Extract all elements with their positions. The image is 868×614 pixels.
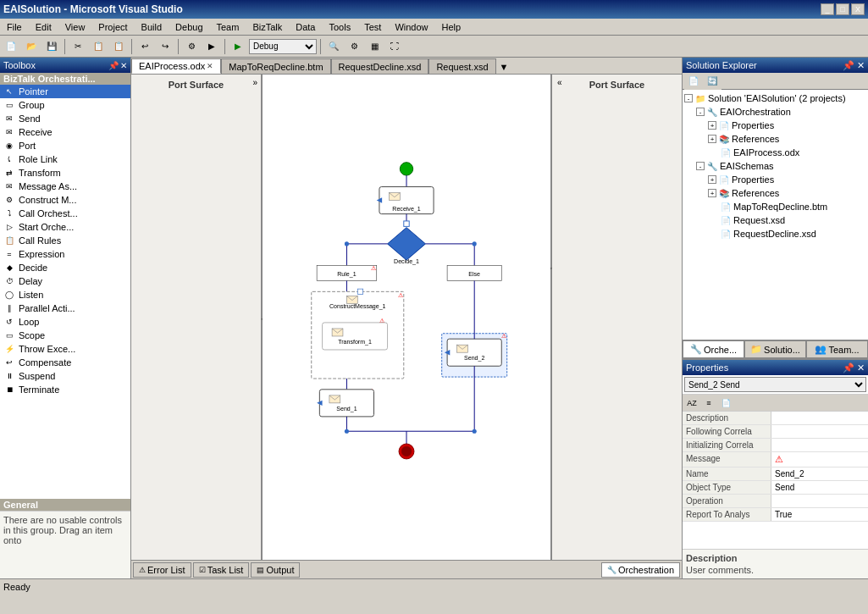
toolbar-btn5[interactable]: ▶	[202, 38, 221, 55]
tree-eaischemas-refs[interactable]: + 📚 References	[684, 186, 866, 200]
eaiorch-refs-expand[interactable]: +	[708, 135, 716, 143]
tree-eaiorch-refs[interactable]: + 📚 References	[684, 132, 866, 146]
menu-test[interactable]: Test	[357, 20, 388, 34]
sol-refresh-btn[interactable]: 🔄	[703, 73, 721, 90]
tab-eaiprocess-close[interactable]: ✕	[207, 62, 213, 70]
tab-eaiprocess[interactable]: EAIProcess.odx ✕	[131, 58, 221, 74]
tab-orchestration[interactable]: 🔧 Orchestration	[601, 562, 680, 578]
tool-startorche[interactable]: ▷ Start Orche...	[0, 220, 130, 234]
tool-throwexce[interactable]: ⚡ Throw Exce...	[0, 342, 130, 356]
menu-view[interactable]: View	[58, 20, 92, 34]
prop-pin-icon[interactable]: 📌	[843, 362, 854, 373]
eaischemas-props-expand[interactable]: +	[708, 175, 716, 184]
menu-build[interactable]: Build	[135, 20, 169, 34]
paste-button[interactable]: 📋	[109, 38, 128, 55]
toolbar-btn4[interactable]: ⚙	[182, 38, 201, 55]
tool-parallelacti[interactable]: ∥ Parallel Acti...	[0, 301, 130, 315]
tab-error-list[interactable]: ⚠ Error List	[133, 562, 191, 578]
sol-pin-icon[interactable]: 📌	[843, 60, 854, 70]
toolbox-general-section[interactable]: General	[0, 499, 130, 511]
tab-output[interactable]: ▤ Output	[251, 562, 300, 578]
toolbar-btn7[interactable]: ⚙	[345, 38, 363, 55]
copy-button[interactable]: 📋	[89, 38, 108, 55]
menu-file[interactable]: File	[0, 20, 29, 34]
menu-debug[interactable]: Debug	[169, 20, 209, 34]
prop-value-name[interactable]: Send_2	[771, 467, 868, 480]
tool-terminate[interactable]: ⏹ Terminate	[0, 383, 130, 396]
tool-rolelink[interactable]: ⤹ Role Link	[0, 152, 130, 166]
tool-delay[interactable]: ⏱ Delay	[0, 274, 130, 288]
eaiorch-props-expand[interactable]: +	[708, 121, 716, 130]
prop-close-icon[interactable]: ✕	[857, 362, 865, 373]
prop-value-message[interactable]: ⚠	[771, 452, 868, 467]
tree-eaiprocess[interactable]: 📄 EAIProcess.odx	[684, 146, 866, 159]
tree-requestdeclinexsd[interactable]: 📄 RequestDecline.xsd	[684, 227, 866, 241]
tool-callrules[interactable]: 📋 Call Rules	[0, 234, 130, 247]
tree-eaischemas[interactable]: - 🔧 EAISchemas	[684, 159, 866, 173]
tool-decide[interactable]: ◆ Decide	[0, 261, 130, 274]
minimize-button[interactable]: _	[821, 3, 834, 15]
toolbar-btn8[interactable]: ▦	[365, 38, 384, 55]
prop-value-reporttoanalys[interactable]: True	[771, 508, 868, 521]
tool-group[interactable]: ▭ Group	[0, 98, 130, 112]
tool-constructm[interactable]: ⚙ Construct M...	[0, 193, 130, 207]
sol-properties-btn[interactable]: 📄	[684, 73, 703, 90]
switcher-orch[interactable]: 🔧 Orche...	[683, 340, 744, 358]
maximize-button[interactable]: □	[836, 3, 849, 15]
tool-receive[interactable]: ✉ Receive	[0, 125, 130, 139]
tool-loop[interactable]: ↺ Loop	[0, 315, 130, 329]
menu-window[interactable]: Window	[388, 20, 434, 34]
toolbox-pin[interactable]: 📌	[108, 61, 119, 70]
tool-listen[interactable]: ◯ Listen	[0, 288, 130, 301]
prop-value-initializing[interactable]	[771, 439, 868, 451]
eaischemas-expand[interactable]: -	[696, 162, 705, 170]
tab-task-list[interactable]: ☑ Task List	[193, 562, 250, 578]
port-surface-left-collapse[interactable]: »	[252, 78, 257, 87]
tool-port[interactable]: ◉ Port	[0, 139, 130, 152]
tree-solution[interactable]: - 📁 Solution 'EAISolution' (2 projects)	[684, 91, 866, 105]
tool-callorchest[interactable]: ⤵ Call Orchest...	[0, 207, 130, 220]
tool-suspend[interactable]: ⏸ Suspend	[0, 369, 130, 383]
save-button[interactable]: 💾	[42, 38, 61, 55]
prop-az-btn[interactable]: AZ	[684, 396, 699, 410]
tool-messageas[interactable]: ✉ Message As...	[0, 180, 130, 193]
open-button[interactable]: 📂	[22, 38, 41, 55]
undo-button[interactable]: ↩	[135, 38, 154, 55]
tree-eaischemas-props[interactable]: + 📄 Properties	[684, 173, 866, 186]
switcher-sol[interactable]: 📁 Solutio...	[744, 340, 806, 358]
tab-requestdecline[interactable]: RequestDecline.xsd	[331, 58, 429, 74]
tool-scope[interactable]: ▭ Scope	[0, 329, 130, 342]
tab-overflow-btn[interactable]: ▼	[496, 60, 512, 74]
redo-button[interactable]: ↪	[156, 38, 174, 55]
debug-mode-dropdown[interactable]: Debug Release	[249, 39, 317, 54]
toolbar-btn6[interactable]: 🔍	[324, 38, 343, 55]
tool-pointer[interactable]: ↖ Pointer	[0, 85, 130, 98]
port-surface-right-collapse[interactable]: «	[557, 78, 562, 87]
tool-expression[interactable]: = Expression	[0, 247, 130, 261]
prop-page-btn[interactable]: 📄	[718, 396, 733, 410]
tool-compensate[interactable]: ↩ Compensate	[0, 356, 130, 369]
tab-maptoreqdecline[interactable]: MapToReqDecline.btm	[221, 58, 330, 74]
close-button[interactable]: X	[851, 3, 865, 15]
prop-value-objecttype[interactable]: Send	[771, 481, 868, 494]
menu-biztalk[interactable]: BizTalk	[246, 20, 289, 34]
prop-value-following[interactable]	[771, 425, 868, 438]
menu-tools[interactable]: Tools	[323, 20, 358, 34]
run-button[interactable]: ▶	[229, 38, 247, 55]
prop-value-operation[interactable]	[771, 495, 868, 507]
toolbox-close-icon[interactable]: ✕	[120, 61, 127, 70]
prop-value-description[interactable]	[771, 412, 868, 424]
tree-requestxsd[interactable]: 📄 Request.xsd	[684, 213, 866, 227]
tree-maptoreqdecline[interactable]: 📄 MapToReqDecline.btm	[684, 200, 866, 213]
menu-help[interactable]: Help	[435, 20, 468, 34]
prop-selector[interactable]: Send_2 Send	[683, 375, 868, 395]
menu-data[interactable]: Data	[289, 20, 322, 34]
tool-transform[interactable]: ⇄ Transform	[0, 166, 130, 180]
new-button[interactable]: 📄	[2, 38, 20, 55]
toolbox-section-biztalk[interactable]: BizTalk Orchestrati...	[0, 73, 130, 85]
sol-close-icon[interactable]: ✕	[857, 60, 865, 70]
tool-send[interactable]: ✉ Send	[0, 112, 130, 125]
tab-request[interactable]: Request.xsd	[428, 58, 495, 74]
solution-expand[interactable]: -	[684, 94, 693, 102]
menu-project[interactable]: Project	[91, 20, 134, 34]
